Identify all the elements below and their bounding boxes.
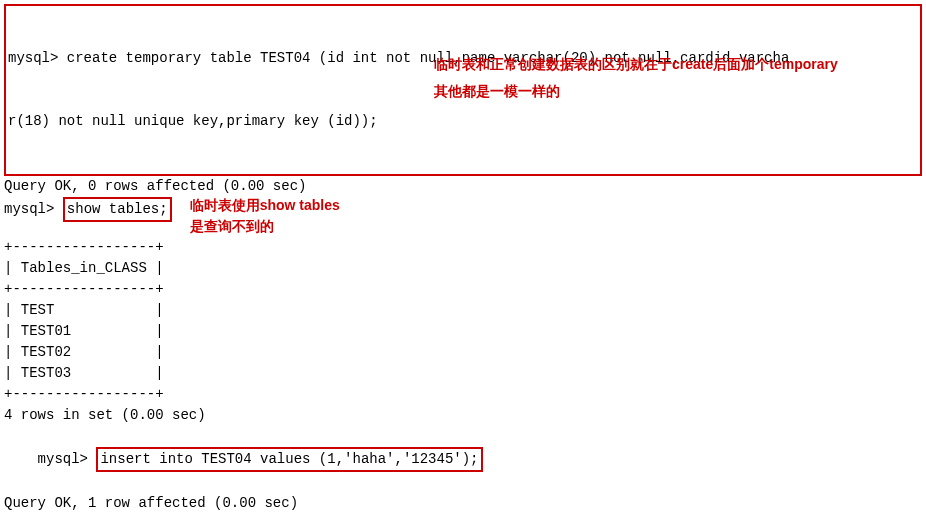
rows-in-set: 4 rows in set (0.00 sec)	[4, 405, 926, 426]
terminal-output: mysql> create temporary table TEST04 (id…	[4, 4, 926, 515]
annotation-right-line2: 其他都是一模一样的	[434, 81, 894, 102]
annotation-temporary-diff: 临时表和正常创建数据表的区别就在于create后面加个temporary 其他都…	[434, 54, 894, 102]
table-row: | TEST01 |	[4, 321, 926, 342]
show-tables-box: show tables;	[63, 197, 172, 222]
table-row: | TEST |	[4, 300, 926, 321]
tbl-border-top: +-----------------+	[4, 237, 926, 258]
tbl-border-mid: +-----------------+	[4, 279, 926, 300]
prompt-2: mysql>	[38, 451, 88, 467]
insert-statement-box: insert into TEST04 values (1,'haha','123…	[96, 447, 482, 472]
create-line-2: r(18) not null unique key,primary key (i…	[8, 111, 918, 132]
annotation-show-tables: 临时表使用show tables是查询不到的	[190, 195, 350, 237]
tbl-header: | Tables_in_CLASS |	[4, 258, 926, 279]
prompt-1: mysql>	[4, 201, 54, 217]
annotation-right-line1: 临时表和正常创建数据表的区别就在于create后面加个temporary	[434, 54, 894, 75]
query-ok-0: Query OK, 0 rows affected (0.00 sec)	[4, 176, 926, 197]
tbl-border-bot: +-----------------+	[4, 384, 926, 405]
query-ok-1: Query OK, 1 row affected (0.00 sec)	[4, 493, 926, 514]
table-row: | TEST03 |	[4, 363, 926, 384]
table-row: | TEST02 |	[4, 342, 926, 363]
